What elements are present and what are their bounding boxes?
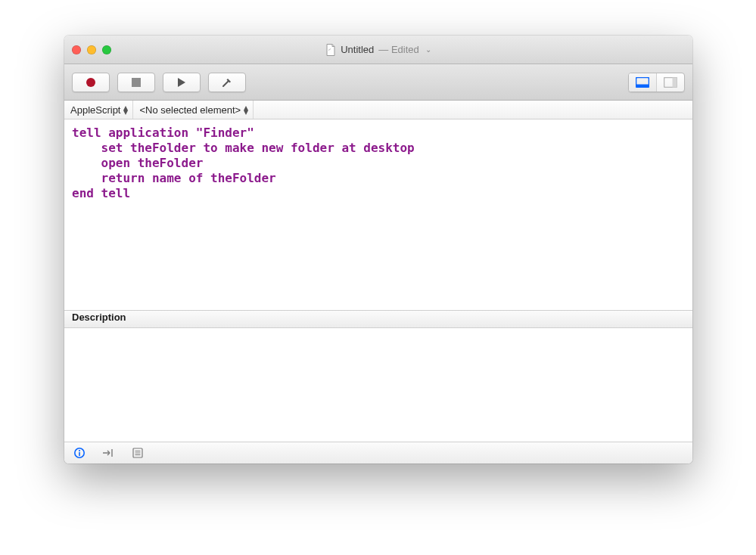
bottom-bar (64, 442, 692, 464)
svg-rect-1 (132, 78, 141, 87)
view-log-pane-button[interactable] (656, 73, 684, 91)
language-label: AppleScript (70, 104, 120, 116)
result-icon[interactable] (102, 448, 116, 458)
zoom-window-button[interactable] (102, 45, 111, 54)
svg-point-0 (86, 78, 95, 87)
view-mode-segmented (628, 73, 685, 92)
window-title: Untitled (341, 44, 374, 55)
updown-icon: ▴▾ (123, 105, 126, 114)
navigation-bar: AppleScript ▴▾ <No selected element> ▴▾ (64, 101, 692, 119)
toolbar (64, 64, 692, 101)
svg-rect-3 (636, 84, 649, 87)
compile-button[interactable] (208, 73, 246, 92)
svg-rect-8 (79, 452, 80, 456)
element-popup[interactable]: <No selected element> ▴▾ (133, 101, 254, 119)
minimize-window-button[interactable] (87, 45, 96, 54)
record-button[interactable] (72, 73, 110, 92)
log-icon[interactable] (132, 448, 143, 458)
script-editor-textarea[interactable]: tell application "Finder" set theFolder … (64, 119, 692, 310)
close-window-button[interactable] (72, 45, 81, 54)
language-popup[interactable]: AppleScript ▴▾ (64, 101, 133, 119)
title-dropdown-icon[interactable]: ⌄ (425, 45, 431, 54)
window-controls (72, 45, 111, 54)
svg-point-7 (79, 450, 80, 451)
document-icon (325, 44, 336, 56)
info-icon[interactable] (73, 447, 86, 459)
description-body[interactable] (64, 328, 692, 442)
navigation-spacer (254, 101, 692, 119)
svg-rect-5 (673, 77, 677, 87)
script-editor-window: Untitled — Edited ⌄ (64, 36, 692, 464)
run-button[interactable] (163, 73, 201, 92)
titlebar: Untitled — Edited ⌄ (64, 36, 692, 64)
description-header[interactable]: Description (64, 310, 692, 328)
updown-icon: ▴▾ (244, 105, 247, 114)
window-title-suffix: — Edited (378, 44, 418, 55)
element-label: <No selected element> (139, 104, 241, 116)
view-result-pane-button[interactable] (629, 73, 656, 91)
stop-button[interactable] (117, 73, 155, 92)
